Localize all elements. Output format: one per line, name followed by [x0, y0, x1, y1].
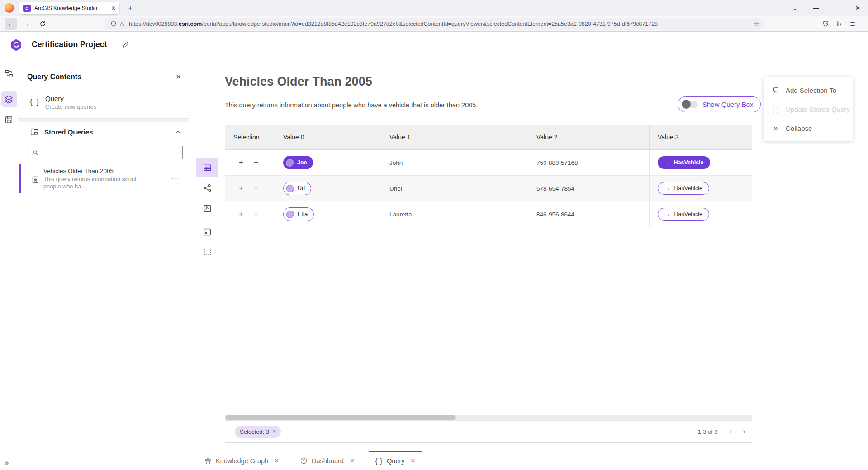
- url-bar[interactable]: https://dev0028833.esri.com/portal/apps/…: [103, 18, 764, 30]
- table-row[interactable]: + − Etta Lauretta 846-956-8644 →HasVehic…: [225, 201, 752, 227]
- tab-close-icon[interactable]: ✕: [411, 457, 416, 464]
- relationship-chip[interactable]: →HasVehicle: [658, 208, 709, 221]
- back-button[interactable]: ←: [5, 18, 17, 30]
- entity-cell: Etta: [275, 201, 381, 227]
- search-input[interactable]: [42, 149, 179, 156]
- forward-button[interactable]: →: [20, 18, 33, 30]
- tab-query[interactable]: { } Query ✕: [369, 451, 422, 470]
- more-options-icon[interactable]: ···: [171, 174, 180, 182]
- next-page-icon[interactable]: ›: [743, 427, 745, 436]
- tab-close-icon[interactable]: ✕: [274, 457, 279, 464]
- chevron-up-icon[interactable]: [175, 129, 181, 135]
- column-header[interactable]: Value 1: [381, 125, 528, 149]
- stored-query-item[interactable]: Vehicles Older Than 2005 This query retu…: [18, 164, 189, 193]
- clear-selection-icon[interactable]: ×: [273, 428, 276, 435]
- lock-icon[interactable]: [119, 21, 125, 27]
- panel-close-icon[interactable]: ✕: [175, 73, 181, 81]
- column-header[interactable]: Value 2: [528, 125, 650, 149]
- table-view-button[interactable]: [196, 158, 218, 177]
- toggle-switch[interactable]: [683, 101, 698, 108]
- tab-dashboard[interactable]: Dashboard ✕: [294, 451, 361, 470]
- menu-item-add-selection-to[interactable]: Add Selection To: [764, 81, 853, 100]
- new-tab-button[interactable]: +: [125, 3, 136, 14]
- relationship-cell: →HasVehicle: [650, 176, 752, 201]
- table-empty-space: [225, 227, 752, 415]
- show-query-box-label: Show Query Box: [702, 101, 754, 108]
- edit-title-icon[interactable]: [122, 41, 130, 48]
- tab-knowledge-graph[interactable]: Knowledge Graph ✕: [198, 451, 285, 470]
- shield-check-icon[interactable]: [819, 18, 832, 30]
- column-header[interactable]: Value 3: [650, 125, 752, 149]
- table-row[interactable]: + − Joe John 759-889-57168 →HasVehicle: [225, 150, 752, 176]
- scrollbar-thumb[interactable]: [225, 415, 456, 420]
- relationship-cell: →HasVehicle: [650, 201, 752, 227]
- remove-from-selection-button[interactable]: −: [254, 159, 258, 166]
- table-row[interactable]: + − Uri Uriel 578-654-7854 →HasVehicle: [225, 176, 752, 201]
- menu-item-label: Collapse: [786, 125, 812, 132]
- selection-cell: + −: [225, 176, 275, 201]
- tab-close-icon[interactable]: ✕: [111, 5, 116, 11]
- relationship-label: HasVehicle: [674, 185, 703, 192]
- expand-panel-button[interactable]: »: [5, 458, 8, 467]
- tab-close-icon[interactable]: ✕: [350, 457, 355, 464]
- query-item-title: Query: [45, 95, 64, 102]
- url-text[interactable]: https://dev0028833.esri.com/portal/apps/…: [129, 21, 751, 27]
- layers-button[interactable]: [1, 91, 17, 107]
- entity-chip[interactable]: Joe: [283, 156, 313, 169]
- arrow-right-icon: →: [664, 211, 670, 217]
- view-tabs-bar: Knowledge Graph ✕ Dashboard ✕ { } Query …: [189, 451, 868, 470]
- new-map-button[interactable]: [196, 222, 218, 242]
- stored-queries-header[interactable]: Stored Queries: [18, 122, 189, 142]
- hamburger-menu-icon[interactable]: ≡: [846, 18, 859, 30]
- pagination-label: 1-3 of 3: [698, 428, 718, 435]
- list-tabs-icon[interactable]: ⌄: [785, 0, 806, 16]
- stored-queries-title: Stored Queries: [44, 128, 93, 136]
- results-table: Selection Value 0 Value 1 Value 2 Value …: [225, 125, 752, 443]
- entity-chip[interactable]: Etta: [283, 207, 314, 221]
- link-chart-button[interactable]: [196, 178, 218, 198]
- map-view-button[interactable]: [196, 198, 218, 218]
- previous-page-icon[interactable]: ‹: [730, 427, 732, 436]
- query-list-item[interactable]: { } Query Create new queries: [18, 89, 189, 119]
- selection-cell: + −: [225, 150, 275, 175]
- stored-queries-searchbox[interactable]: [28, 146, 183, 159]
- menu-item-update-stored-query[interactable]: { } Update Stored Query: [764, 100, 853, 119]
- remove-from-selection-button[interactable]: −: [254, 185, 258, 192]
- menu-item-collapse[interactable]: » Collapse: [764, 119, 853, 138]
- show-query-box-toggle[interactable]: Show Query Box: [678, 96, 761, 112]
- minimize-button[interactable]: —: [806, 0, 826, 16]
- remove-from-selection-button[interactable]: −: [254, 211, 258, 218]
- select-tool-button[interactable]: [196, 242, 218, 262]
- toolbar-divider: [199, 219, 215, 219]
- entity-dot-icon: [286, 159, 294, 167]
- column-header[interactable]: Value 0: [275, 125, 381, 149]
- relationship-chip[interactable]: →HasVehicle: [658, 156, 710, 169]
- add-to-selection-button[interactable]: +: [239, 211, 243, 218]
- save-button[interactable]: [1, 112, 17, 127]
- relationship-chip[interactable]: →HasVehicle: [658, 182, 709, 195]
- library-icon[interactable]: [832, 18, 846, 30]
- data-model-button[interactable]: [1, 66, 17, 82]
- tab-label: Dashboard: [312, 457, 344, 465]
- close-window-button[interactable]: ✕: [847, 0, 868, 16]
- arcgis-knowledge-logo-icon[interactable]: [10, 39, 22, 51]
- entity-dot-icon: [286, 211, 294, 218]
- column-header[interactable]: Selection: [225, 125, 275, 149]
- maximize-button[interactable]: [826, 0, 847, 16]
- horizontal-scrollbar[interactable]: [225, 415, 752, 420]
- selected-count-chip[interactable]: Selected: 3 ×: [235, 426, 281, 438]
- reload-button[interactable]: [36, 18, 49, 30]
- bookmark-star-icon[interactable]: ☆: [754, 20, 760, 28]
- value-cell: 759-889-57168: [528, 150, 650, 175]
- browser-tab[interactable]: ArcGIS Knowledge Studio ✕: [19, 2, 119, 14]
- menu-item-label: Update Stored Query: [786, 106, 850, 113]
- entity-chip[interactable]: Uri: [283, 182, 311, 195]
- entity-cell: Uri: [275, 176, 381, 201]
- project-title: Certification Project: [32, 40, 107, 49]
- firefox-icon[interactable]: [5, 3, 14, 13]
- add-selection-icon: [772, 86, 780, 94]
- collapse-icon: »: [772, 124, 780, 132]
- add-to-selection-button[interactable]: +: [239, 159, 243, 166]
- shield-icon[interactable]: [110, 21, 117, 27]
- add-to-selection-button[interactable]: +: [239, 185, 243, 192]
